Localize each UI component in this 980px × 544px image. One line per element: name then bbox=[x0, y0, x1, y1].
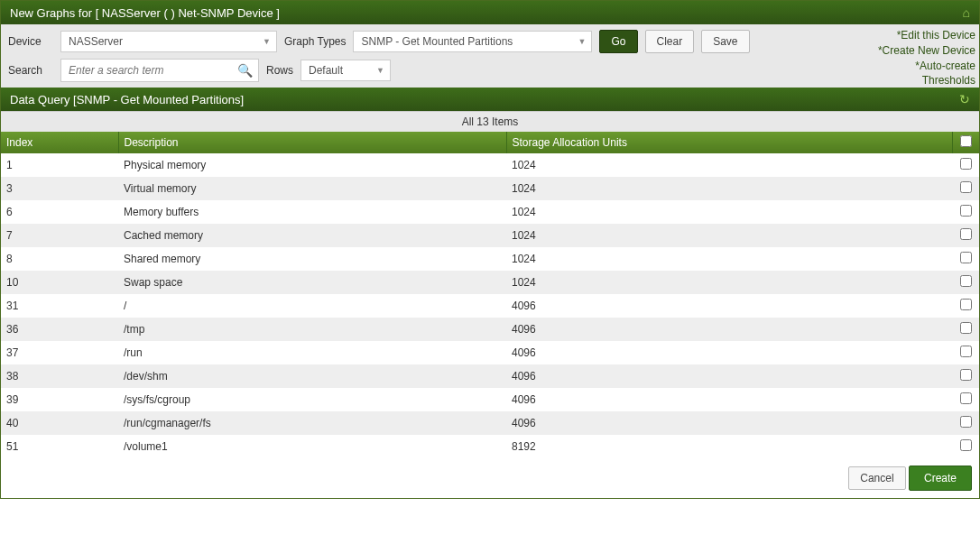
cell-index: 8 bbox=[1, 247, 118, 271]
row-checkbox[interactable] bbox=[960, 205, 972, 217]
search-icon[interactable]: 🔍 bbox=[237, 63, 253, 78]
col-header-storage[interactable]: Storage Allocation Units bbox=[506, 132, 952, 153]
cell-index: 37 bbox=[1, 341, 118, 364]
cell-description: /dev/shm bbox=[118, 364, 506, 388]
auto-create-link[interactable]: *Auto-create bbox=[878, 59, 975, 74]
row-checkbox[interactable] bbox=[960, 252, 972, 263]
cell-index: 31 bbox=[1, 294, 118, 318]
cell-index: 3 bbox=[1, 177, 118, 200]
row-checkbox[interactable] bbox=[960, 416, 972, 428]
row-checkbox[interactable] bbox=[960, 158, 972, 170]
cell-storage: 4096 bbox=[506, 388, 952, 411]
row-checkbox[interactable] bbox=[960, 392, 972, 404]
cell-storage: 1024 bbox=[506, 177, 952, 200]
row-checkbox[interactable] bbox=[960, 299, 972, 310]
table-row[interactable]: 38/dev/shm4096 bbox=[1, 364, 979, 388]
device-dropdown[interactable]: NASServer ▼ bbox=[60, 31, 277, 52]
col-header-index[interactable]: Index bbox=[1, 132, 118, 153]
row-checkbox[interactable] bbox=[960, 181, 972, 193]
clear-button[interactable]: Clear bbox=[645, 30, 695, 53]
cell-description: /volume1 bbox=[118, 435, 506, 458]
footer-actions: Cancel Create bbox=[1, 458, 979, 498]
rows-dropdown[interactable]: Default ▼ bbox=[300, 60, 391, 81]
col-header-description[interactable]: Description bbox=[118, 132, 506, 153]
cell-description: Virtual memory bbox=[118, 177, 506, 200]
cell-checkbox bbox=[952, 388, 979, 411]
cell-description: Physical memory bbox=[118, 153, 506, 177]
search-input[interactable] bbox=[67, 63, 237, 78]
edit-device-link[interactable]: *Edit this Device bbox=[878, 28, 975, 43]
side-links: *Edit this Device *Create New Device *Au… bbox=[878, 28, 975, 88]
create-device-link[interactable]: *Create New Device bbox=[878, 43, 975, 59]
table-row[interactable]: 1Physical memory1024 bbox=[1, 153, 979, 177]
select-all-checkbox[interactable] bbox=[960, 135, 972, 147]
cell-storage: 1024 bbox=[506, 224, 952, 247]
table-row[interactable]: 7Cached memory1024 bbox=[1, 224, 979, 247]
table-row[interactable]: 36/tmp4096 bbox=[1, 318, 979, 341]
device-label: Device bbox=[8, 35, 53, 48]
table-row[interactable]: 10Swap space1024 bbox=[1, 271, 979, 294]
cell-checkbox bbox=[952, 153, 979, 177]
cell-index: 38 bbox=[1, 364, 118, 388]
save-button[interactable]: Save bbox=[701, 30, 749, 53]
table-row[interactable]: 51/volume18192 bbox=[1, 435, 979, 458]
table-row[interactable]: 31/4096 bbox=[1, 294, 979, 318]
row-checkbox[interactable] bbox=[960, 369, 972, 381]
table-row[interactable]: 40/run/cgmanager/fs4096 bbox=[1, 411, 979, 435]
cell-checkbox bbox=[952, 200, 979, 224]
cell-storage: 4096 bbox=[506, 294, 952, 318]
row-checkbox[interactable] bbox=[960, 228, 972, 240]
collapse-icon[interactable]: ⌂ bbox=[963, 5, 970, 20]
cell-storage: 4096 bbox=[506, 341, 952, 364]
cell-storage: 1024 bbox=[506, 247, 952, 271]
row-checkbox[interactable] bbox=[960, 439, 972, 451]
cell-checkbox bbox=[952, 294, 979, 318]
cancel-button[interactable]: Cancel bbox=[848, 466, 905, 490]
page-title: New Graphs for [ NASServer ( ) Net-SNMP … bbox=[10, 6, 280, 20]
table-row[interactable]: 8Shared memory1024 bbox=[1, 247, 979, 271]
chevron-down-icon: ▼ bbox=[263, 37, 271, 46]
cell-index: 39 bbox=[1, 388, 118, 411]
data-query-title: Data Query [SNMP - Get Mounted Partition… bbox=[10, 93, 244, 106]
chevron-down-icon: ▼ bbox=[578, 37, 587, 46]
cell-index: 36 bbox=[1, 318, 118, 341]
cell-storage: 1024 bbox=[506, 153, 952, 177]
go-button[interactable]: Go bbox=[599, 30, 637, 53]
graph-types-value: SNMP - Get Mounted Partitions bbox=[361, 35, 513, 48]
cell-storage: 1024 bbox=[506, 271, 952, 294]
cell-description: Cached memory bbox=[118, 224, 506, 247]
search-label: Search bbox=[8, 64, 53, 77]
create-button[interactable]: Create bbox=[909, 466, 972, 491]
table-row[interactable]: 37/run4096 bbox=[1, 341, 979, 364]
cell-checkbox bbox=[952, 435, 979, 458]
cell-description: /sys/fs/cgroup bbox=[118, 388, 506, 411]
cell-index: 6 bbox=[1, 200, 118, 224]
thresholds-link[interactable]: Thresholds bbox=[878, 73, 975, 88]
table-row[interactable]: 6Memory buffers1024 bbox=[1, 200, 979, 224]
data-query-header: Data Query [SNMP - Get Mounted Partition… bbox=[1, 88, 979, 111]
row-checkbox[interactable] bbox=[960, 275, 972, 287]
table-row[interactable]: 3Virtual memory1024 bbox=[1, 177, 979, 200]
cell-checkbox bbox=[952, 224, 979, 247]
cell-description: /tmp bbox=[118, 318, 506, 341]
rows-label: Rows bbox=[266, 64, 293, 77]
cell-description: / bbox=[118, 294, 506, 318]
cell-description: Swap space bbox=[118, 271, 506, 294]
device-dropdown-value: NASServer bbox=[69, 35, 123, 48]
cell-checkbox bbox=[952, 364, 979, 388]
toolbar: Device NASServer ▼ Graph Types SNMP - Ge… bbox=[1, 24, 979, 88]
chevron-down-icon: ▼ bbox=[376, 66, 384, 75]
col-header-select-all bbox=[952, 132, 979, 153]
row-checkbox[interactable] bbox=[960, 322, 972, 334]
cell-description: /run/cgmanager/fs bbox=[118, 411, 506, 435]
row-checkbox[interactable] bbox=[960, 346, 972, 357]
cell-index: 7 bbox=[1, 224, 118, 247]
cell-description: Shared memory bbox=[118, 247, 506, 271]
cell-storage: 4096 bbox=[506, 411, 952, 435]
cell-description: Memory buffers bbox=[118, 200, 506, 224]
cell-storage: 4096 bbox=[506, 364, 952, 388]
table-row[interactable]: 39/sys/fs/cgroup4096 bbox=[1, 388, 979, 411]
cell-description: /run bbox=[118, 341, 506, 364]
refresh-icon[interactable]: ↻ bbox=[959, 92, 970, 106]
graph-types-dropdown[interactable]: SNMP - Get Mounted Partitions ▼ bbox=[353, 31, 592, 52]
